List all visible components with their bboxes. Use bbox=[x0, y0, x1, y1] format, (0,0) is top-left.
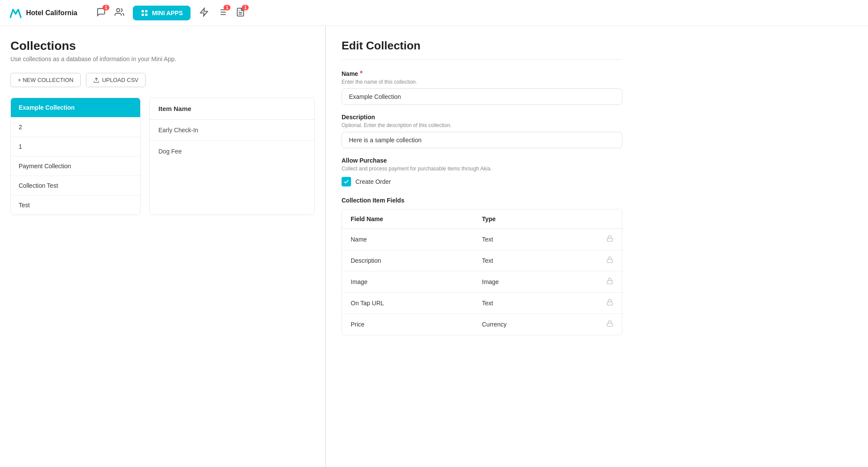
collection-item-payment[interactable]: Payment Collection bbox=[11, 157, 140, 176]
lock-icon bbox=[606, 299, 613, 306]
check-icon bbox=[343, 179, 349, 185]
lock-icon-price bbox=[606, 320, 613, 329]
field-row-price: Price Currency bbox=[342, 314, 622, 335]
lock-icon bbox=[606, 235, 613, 242]
fields-table-header: Field Name Type bbox=[342, 209, 622, 229]
people-icon bbox=[115, 7, 124, 17]
chat-badge: 1 bbox=[102, 5, 109, 10]
svg-rect-1 bbox=[141, 10, 144, 12]
app-name: Hotel California bbox=[26, 9, 77, 17]
mini-apps-icon bbox=[141, 9, 148, 17]
name-input[interactable] bbox=[342, 88, 622, 105]
page-title: Collections bbox=[10, 39, 315, 53]
svg-rect-17 bbox=[607, 281, 612, 284]
new-collection-button[interactable]: + NEW COLLECTION bbox=[10, 73, 81, 87]
field-row-on-tap-url: On Tap URL Text bbox=[342, 293, 622, 314]
fields-table: Field Name Type Name Text Description bbox=[342, 209, 622, 335]
bolt-icon-wrap[interactable] bbox=[199, 7, 209, 19]
lock-icon bbox=[606, 278, 613, 284]
items-table-header: Item Name bbox=[150, 98, 314, 120]
left-panel: Collections Use collections as a databas… bbox=[0, 26, 326, 467]
allow-purchase-title: Allow Purchase bbox=[342, 157, 622, 164]
lock-icon bbox=[606, 320, 613, 327]
name-label: Name * bbox=[342, 70, 622, 77]
lock-icon bbox=[606, 256, 613, 263]
collection-item-1[interactable]: 1 bbox=[11, 137, 140, 157]
bolt-icon bbox=[199, 7, 209, 17]
description-field-group: Description Optional. Enter the descript… bbox=[342, 114, 622, 148]
allow-purchase-section: Allow Purchase Collect and process payme… bbox=[342, 157, 622, 186]
description-input[interactable] bbox=[342, 132, 622, 148]
collections-layout: Example Collection 2 1 Payment Collectio… bbox=[10, 98, 315, 215]
allow-purchase-sublabel: Collect and process payment for purchasa… bbox=[342, 166, 622, 172]
description-sublabel: Optional. Enter the description of this … bbox=[342, 122, 622, 128]
doc-icon-wrap[interactable]: 1 bbox=[236, 7, 245, 19]
upload-icon bbox=[93, 77, 99, 83]
table-row[interactable]: Dog Fee bbox=[150, 141, 314, 162]
field-row-description: Description Text bbox=[342, 250, 622, 271]
svg-point-0 bbox=[117, 8, 120, 11]
fields-section-title: Collection Item Fields bbox=[342, 197, 622, 204]
name-sublabel: Enter the name of this collection. bbox=[342, 79, 622, 85]
items-table: Item Name Early Check-In Dog Fee bbox=[149, 98, 315, 215]
field-row-name: Name Text bbox=[342, 229, 622, 250]
svg-rect-4 bbox=[145, 13, 148, 16]
edit-collection-title: Edit Collection bbox=[342, 39, 622, 60]
collection-item-example[interactable]: Example Collection bbox=[11, 98, 140, 118]
svg-marker-5 bbox=[201, 8, 208, 16]
svg-rect-3 bbox=[141, 13, 144, 16]
create-order-checkbox[interactable] bbox=[342, 177, 351, 186]
collection-item-test[interactable]: Test bbox=[11, 196, 140, 215]
create-order-row: Create Order bbox=[342, 177, 622, 186]
field-row-image: Image Image bbox=[342, 271, 622, 293]
svg-rect-15 bbox=[607, 238, 612, 241]
required-indicator: * bbox=[360, 70, 362, 77]
chat-icon-wrap[interactable]: 1 bbox=[96, 7, 106, 19]
top-navigation: Hotel California 1 MINI APPS bbox=[0, 0, 868, 26]
lock-icon-description bbox=[606, 256, 613, 265]
name-field-group: Name * Enter the name of this collection… bbox=[342, 70, 622, 105]
lock-icon-on-tap-url bbox=[606, 299, 613, 307]
lock-icon-image bbox=[606, 278, 613, 286]
nav-icons: 1 MINI APPS bbox=[96, 6, 245, 20]
svg-rect-2 bbox=[145, 10, 148, 12]
page-subtitle: Use collections as a database of informa… bbox=[10, 56, 315, 62]
toolbar: + NEW COLLECTION UPLOAD CSV bbox=[10, 73, 315, 87]
svg-rect-19 bbox=[607, 323, 612, 326]
collection-item-collection-test[interactable]: Collection Test bbox=[11, 176, 140, 196]
lock-icon-name bbox=[606, 235, 613, 244]
logo[interactable]: Hotel California bbox=[9, 6, 77, 20]
right-panel: Edit Collection Name * Enter the name of… bbox=[326, 26, 638, 467]
main-content: Collections Use collections as a databas… bbox=[0, 26, 868, 467]
list1-badge: 1 bbox=[224, 5, 230, 10]
collections-list: Example Collection 2 1 Payment Collectio… bbox=[10, 98, 141, 215]
list1-icon-wrap[interactable]: 1 bbox=[217, 7, 227, 19]
table-row[interactable]: Early Check-In bbox=[150, 120, 314, 141]
svg-rect-18 bbox=[607, 302, 612, 305]
doc-badge: 1 bbox=[242, 5, 249, 10]
people-icon-wrap[interactable] bbox=[115, 7, 124, 19]
create-order-label: Create Order bbox=[355, 178, 391, 185]
collection-item-2[interactable]: 2 bbox=[11, 118, 140, 137]
mini-apps-button[interactable]: MINI APPS bbox=[133, 6, 191, 20]
logo-icon bbox=[9, 6, 23, 20]
upload-csv-button[interactable]: UPLOAD CSV bbox=[86, 73, 146, 87]
description-label: Description bbox=[342, 114, 622, 121]
svg-rect-16 bbox=[607, 259, 612, 262]
